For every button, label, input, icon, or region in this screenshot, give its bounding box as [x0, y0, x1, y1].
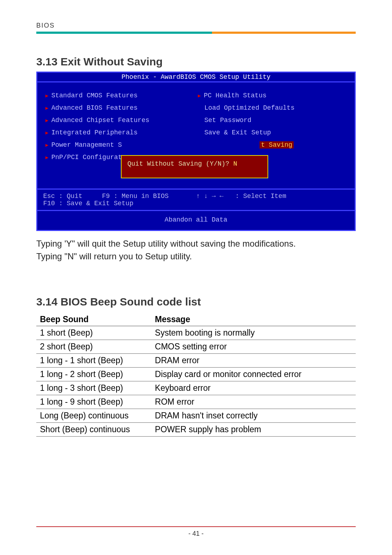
table-row: Long (Beep) continuousDRAM hasn't inset …: [36, 409, 356, 422]
table-row: 2 short (Beep)CMOS setting error: [36, 340, 356, 353]
bios-menu-item[interactable]: ▶Advanced Chipset Features: [45, 117, 194, 124]
cell-beep: Long (Beep) continuous: [36, 409, 151, 422]
footer-rule: [36, 526, 356, 527]
cell-beep: 2 short (Beep): [36, 340, 151, 353]
table-row: 1 long - 2 short (Beep)Display card or m…: [36, 367, 356, 381]
triangle-icon: ▶: [45, 117, 48, 123]
header-rule: [36, 32, 356, 34]
cell-msg: POWER supply has problem: [151, 422, 356, 436]
cell-msg: System booting is normally: [151, 326, 356, 340]
bios-menu-body: ▶Standard CMOS Features ▶Advanced BIOS F…: [37, 81, 355, 189]
cell-msg: Display card or monitor connected error: [151, 367, 356, 381]
table-row: 1 short (Beep)System booting is normally: [36, 326, 356, 340]
bios-menu-item[interactable]: ▶PC Health Status: [198, 92, 347, 99]
table-header-row: Beep Sound Message: [36, 313, 356, 326]
bios-menu-item[interactable]: Set Password: [198, 117, 347, 124]
cell-beep: Short (Beep) continuous: [36, 422, 151, 436]
beep-code-table: Beep Sound Message 1 short (Beep)System …: [36, 313, 356, 437]
bios-menu-item[interactable]: Load Optimized Defaults: [198, 104, 347, 112]
bios-menu-label: Power Management S: [51, 141, 122, 149]
table-row: 1 long - 3 short (Beep)Keyboard error: [36, 381, 356, 395]
table-row: 1 long - 1 short (Beep)DRAM error: [36, 353, 356, 367]
cell-beep: 1 long - 9 short (Beep): [36, 395, 151, 409]
bios-menu-label: PC Health Status: [204, 92, 266, 99]
bios-menu-label: Set Password: [204, 117, 252, 124]
table-header-beep: Beep Sound: [36, 313, 151, 326]
triangle-icon: ▶: [45, 105, 48, 111]
cell-beep: 1 long - 1 short (Beep): [36, 353, 151, 367]
page-footer: 41: [36, 526, 356, 538]
bios-footer-text: Abandon all Data: [37, 210, 355, 230]
dialog-text: Quit Without Saving (Y/N)?: [127, 160, 229, 167]
cell-beep: 1 short (Beep): [36, 326, 151, 340]
bios-menu-label: Load Optimized Defaults: [204, 104, 294, 112]
help-line-2: F10 : Save & Exit Setup: [43, 200, 133, 207]
help-line-1: Esc : Quit F9 : Menu in BIOS ↑ ↓ → ← : S…: [43, 193, 286, 200]
bios-screenshot: Phoenix - AwardBIOS CMOS Setup Utility ▶…: [36, 72, 356, 231]
bios-menu-item[interactable]: ▶Power Management S: [45, 141, 194, 149]
body-paragraph: Typing 'Y" will quit the Setup utility w…: [36, 238, 356, 263]
bios-menu-label: Advanced BIOS Features: [51, 104, 138, 112]
section-title-exit: 3.13 Exit Without Saving: [36, 56, 356, 68]
cell-msg: DRAM error: [151, 353, 356, 367]
bios-menu-item[interactable]: Save & Exit Setup: [198, 129, 347, 136]
bios-menu-label: Standard CMOS Features: [51, 92, 138, 99]
bios-menu-label: t Saving: [260, 141, 294, 149]
body-line: Typing 'Y" will quit the Setup utility w…: [36, 238, 356, 250]
dialog-default-answer[interactable]: N: [233, 160, 237, 167]
cell-msg: ROM error: [151, 395, 356, 409]
cell-msg: DRAM hasn't inset correctly: [151, 409, 356, 422]
bios-menu-label: PnP/PCI Configurat: [51, 154, 122, 161]
bios-help-bar: Esc : Quit F9 : Menu in BIOS ↑ ↓ → ← : S…: [37, 189, 355, 210]
triangle-icon: ▶: [198, 93, 201, 99]
cell-beep: 1 long - 2 short (Beep): [36, 367, 151, 381]
cell-msg: Keyboard error: [151, 381, 356, 395]
bios-menu-item[interactable]: ▶Standard CMOS Features: [45, 92, 194, 99]
cell-beep: 1 long - 3 short (Beep): [36, 381, 151, 395]
bios-confirm-dialog[interactable]: Quit Without Saving (Y/N)? N: [121, 155, 268, 178]
bios-menu-label: Integrated Peripherals: [51, 129, 138, 136]
table-row: Short (Beep) continuousPOWER supply has …: [36, 422, 356, 436]
bios-title: Phoenix - AwardBIOS CMOS Setup Utility: [37, 73, 355, 81]
table-row: 1 long - 9 short (Beep)ROM error: [36, 395, 356, 409]
cell-msg: CMOS setting error: [151, 340, 356, 353]
bios-menu-label: Advanced Chipset Features: [51, 117, 149, 124]
page-number: 41: [36, 530, 356, 538]
section-title-beep: 3.14 BIOS Beep Sound code list: [36, 296, 356, 308]
triangle-icon: ▶: [45, 130, 48, 136]
triangle-icon: ▶: [45, 154, 48, 161]
bios-menu-item[interactable]: ▶Advanced BIOS Features: [45, 104, 194, 112]
bios-menu-item-selected[interactable]: t Saving: [260, 141, 347, 149]
triangle-icon: ▶: [45, 93, 48, 99]
body-line: Typing "N" will return you to Setup util…: [36, 250, 356, 263]
document-page: BIOS 3.13 Exit Without Saving Phoenix - …: [0, 0, 392, 555]
triangle-icon: ▶: [45, 142, 48, 148]
bios-menu-label: Save & Exit Setup: [204, 129, 271, 136]
bios-menu-item[interactable]: ▶Integrated Peripherals: [45, 129, 194, 136]
header-section-label: BIOS: [36, 22, 356, 32]
table-header-message: Message: [151, 313, 356, 326]
